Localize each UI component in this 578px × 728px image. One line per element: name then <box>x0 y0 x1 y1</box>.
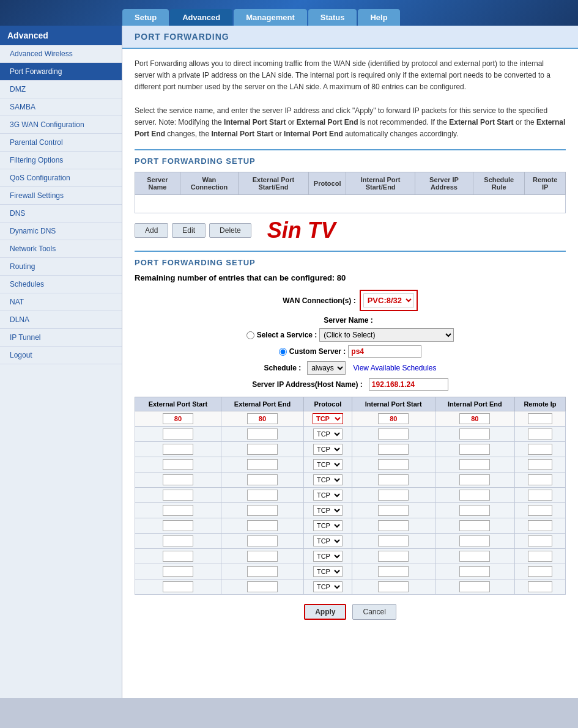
sidebar-item-ip-tunnel[interactable]: IP Tunnel <box>0 329 122 347</box>
cancel-button[interactable]: Cancel <box>352 604 396 620</box>
ext-end-input[interactable] <box>247 551 278 562</box>
int-end-input[interactable] <box>459 444 490 455</box>
proto-select[interactable]: TCPUDPBoth <box>313 566 343 577</box>
ext-start-input[interactable] <box>163 428 193 439</box>
proto-select[interactable]: TCPUDPBoth <box>313 413 343 424</box>
proto-select[interactable]: TCPUDPBoth <box>313 459 343 470</box>
int-end-input[interactable] <box>459 581 490 592</box>
ext-end-input[interactable] <box>247 566 278 577</box>
remote-ip-input[interactable] <box>528 551 552 562</box>
remote-ip-input[interactable] <box>528 581 552 592</box>
ext-start-input[interactable] <box>163 459 193 470</box>
int-end-input[interactable] <box>459 413 490 424</box>
remote-ip-input[interactable] <box>528 490 552 501</box>
ext-start-input[interactable] <box>163 413 193 424</box>
int-start-input[interactable] <box>378 428 409 439</box>
int-end-input[interactable] <box>459 505 490 516</box>
int-end-input[interactable] <box>459 566 490 577</box>
int-end-input[interactable] <box>459 520 490 531</box>
sidebar-item-dns[interactable]: DNS <box>0 205 122 222</box>
schedule-select[interactable]: always <box>307 361 346 375</box>
proto-select[interactable]: TCPUDPBoth <box>313 551 343 562</box>
ext-start-input[interactable] <box>163 581 193 592</box>
remote-ip-input[interactable] <box>528 474 552 485</box>
sidebar-item-dynamic-dns[interactable]: Dynamic DNS <box>0 222 122 240</box>
ext-start-input[interactable] <box>163 505 193 516</box>
tab-help[interactable]: Help <box>358 9 399 26</box>
sidebar-item-nat[interactable]: NAT <box>0 293 122 311</box>
ext-end-input[interactable] <box>247 413 278 424</box>
proto-select[interactable]: TCPUDPBoth <box>313 581 343 592</box>
ext-start-input[interactable] <box>163 566 193 577</box>
remote-ip-input[interactable] <box>528 413 552 424</box>
int-start-input[interactable] <box>378 566 409 577</box>
int-end-input[interactable] <box>459 490 490 501</box>
remote-ip-input[interactable] <box>528 459 552 470</box>
int-start-input[interactable] <box>378 413 409 424</box>
int-end-input[interactable] <box>459 551 490 562</box>
delete-button[interactable]: Delete <box>209 223 251 238</box>
sidebar-item-schedules[interactable]: Schedules <box>0 276 122 293</box>
proto-select[interactable]: TCPUDPBoth <box>313 474 343 485</box>
custom-server-radio[interactable] <box>279 348 287 356</box>
int-start-input[interactable] <box>378 520 409 531</box>
view-schedules-link[interactable]: View Available Schedules <box>353 364 436 372</box>
tab-management[interactable]: Management <box>234 9 306 26</box>
remote-ip-input[interactable] <box>528 535 552 546</box>
custom-server-input[interactable] <box>348 345 421 358</box>
int-start-input[interactable] <box>378 490 409 501</box>
ext-start-input[interactable] <box>163 520 193 531</box>
edit-button[interactable]: Edit <box>172 223 206 238</box>
remote-ip-input[interactable] <box>528 566 552 577</box>
ext-start-input[interactable] <box>163 444 193 455</box>
int-end-input[interactable] <box>459 428 490 439</box>
select-service-dropdown[interactable]: (Click to Select) <box>319 328 454 342</box>
sidebar-item-network-tools[interactable]: Network Tools <box>0 240 122 258</box>
proto-select[interactable]: TCPUDPBoth <box>313 505 343 516</box>
ext-start-input[interactable] <box>163 474 193 485</box>
ext-start-input[interactable] <box>163 490 193 501</box>
server-ip-input[interactable] <box>369 378 448 391</box>
sidebar-item-parental-control[interactable]: Parental Control <box>0 134 122 152</box>
sidebar-item-port-forwarding[interactable]: Port Forwarding <box>0 63 122 81</box>
add-button[interactable]: Add <box>135 223 168 238</box>
sidebar-item-dmz[interactable]: DMZ <box>0 81 122 98</box>
int-start-input[interactable] <box>378 581 409 592</box>
int-start-input[interactable] <box>378 474 409 485</box>
sidebar-item-routing[interactable]: Routing <box>0 258 122 276</box>
tab-status[interactable]: Status <box>308 9 357 26</box>
ext-end-input[interactable] <box>247 535 278 546</box>
remote-ip-input[interactable] <box>528 444 552 455</box>
proto-select[interactable]: TCPUDPBoth <box>313 490 343 501</box>
sidebar-item-qos[interactable]: QoS Configuration <box>0 169 122 187</box>
ext-start-input[interactable] <box>163 551 193 562</box>
remote-ip-input[interactable] <box>528 505 552 516</box>
remote-ip-input[interactable] <box>528 520 552 531</box>
remote-ip-input[interactable] <box>528 428 552 439</box>
int-start-input[interactable] <box>378 444 409 455</box>
ext-end-input[interactable] <box>247 444 278 455</box>
tab-setup[interactable]: Setup <box>122 9 169 26</box>
proto-select[interactable]: TCPUDPBoth <box>313 535 343 546</box>
int-end-input[interactable] <box>459 535 490 546</box>
proto-select[interactable]: TCPUDPBoth <box>313 444 343 455</box>
ext-end-input[interactable] <box>247 428 278 439</box>
int-start-input[interactable] <box>378 459 409 470</box>
ext-end-input[interactable] <box>247 505 278 516</box>
apply-button[interactable]: Apply <box>304 604 346 620</box>
sidebar-item-firewall[interactable]: Firewall Settings <box>0 187 122 205</box>
int-start-input[interactable] <box>378 505 409 516</box>
proto-select[interactable]: TCPUDPBoth <box>313 428 343 439</box>
select-service-radio[interactable] <box>246 331 254 339</box>
ext-end-input[interactable] <box>247 490 278 501</box>
sidebar-item-dlna[interactable]: DLNA <box>0 311 122 329</box>
int-end-input[interactable] <box>459 474 490 485</box>
wan-select[interactable]: PVC:8/32 <box>363 293 414 307</box>
ext-start-input[interactable] <box>163 535 193 546</box>
sidebar-item-samba[interactable]: SAMBA <box>0 98 122 116</box>
ext-end-input[interactable] <box>247 581 278 592</box>
sidebar-item-filtering-options[interactable]: Filtering Options <box>0 152 122 169</box>
tab-advanced[interactable]: Advanced <box>170 9 232 26</box>
sidebar-item-3g-wan[interactable]: 3G WAN Configuration <box>0 116 122 134</box>
proto-select[interactable]: TCPUDPBoth <box>313 520 343 531</box>
